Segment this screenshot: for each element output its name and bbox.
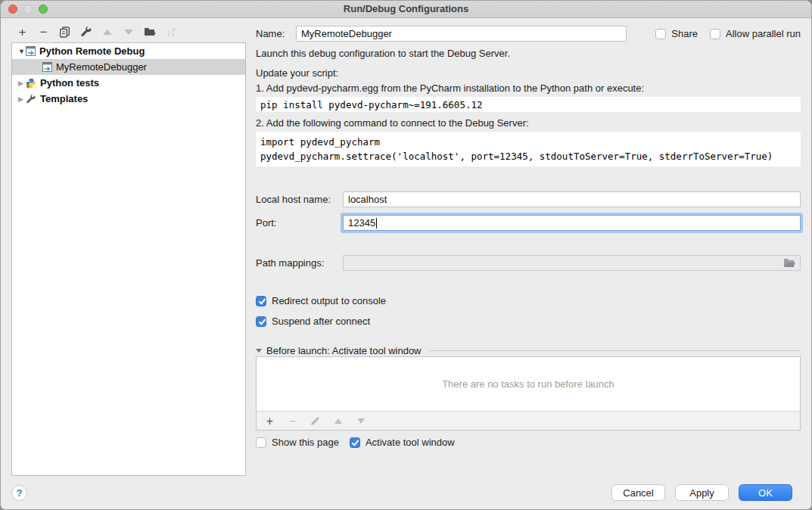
allow-parallel-run-label: Allow parallel run [726, 28, 801, 39]
before-launch-task-panel: There are no tasks to run before launch … [256, 356, 801, 431]
tree-item-label: MyRemoteDebugger [56, 61, 147, 73]
path-mappings-label: Path mappings: [256, 257, 324, 269]
port-label: Port: [256, 217, 276, 229]
tree-item-templates[interactable]: ▶ Templates [12, 91, 245, 107]
tree-item-myremotedebugger[interactable]: MyRemoteDebugger [12, 59, 245, 75]
add-task-icon[interactable]: + [263, 415, 276, 428]
task-toolbar: + − [257, 412, 800, 430]
move-task-down-icon[interactable] [354, 415, 367, 428]
intro-text: Launch this debug configuration to start… [256, 48, 801, 59]
remove-task-icon[interactable]: − [286, 415, 299, 428]
edit-templates-icon[interactable] [79, 26, 92, 39]
name-label: Name: [256, 28, 296, 39]
dialog-buttons: Cancel Apply OK [611, 484, 792, 501]
new-folder-icon[interactable] [143, 26, 156, 39]
collapse-triangle-icon[interactable] [256, 349, 262, 353]
text-caret [376, 218, 377, 229]
apply-button[interactable]: Apply [675, 484, 729, 501]
tree-item-python-tests[interactable]: ▶ Python tests [12, 75, 245, 91]
checkbox-box[interactable] [655, 29, 666, 39]
settrace-code-line1: import pydevd_pycharm [260, 135, 796, 149]
sort-alphabetically-icon[interactable]: ↓az [164, 26, 177, 39]
title-bar: Run/Debug Configurations [1, 1, 811, 18]
wrench-icon [26, 94, 36, 104]
move-up-icon[interactable] [101, 26, 114, 39]
ok-button[interactable]: OK [739, 484, 792, 501]
browse-folder-icon[interactable] [783, 258, 795, 268]
configurations-toolbar: + − ↓az [11, 22, 246, 42]
suspend-after-connect-label: Suspend after connect [272, 316, 370, 327]
port-input[interactable]: 12345 [343, 215, 801, 231]
checkbox-box[interactable] [256, 437, 266, 448]
move-task-up-icon[interactable] [331, 415, 344, 428]
activate-tool-window-label: Activate tool window [366, 437, 455, 448]
show-this-page-label: Show this page [272, 437, 339, 448]
chevron-right-icon[interactable]: ▶ [18, 79, 26, 87]
add-icon[interactable]: + [16, 26, 29, 39]
name-input[interactable] [296, 26, 627, 42]
help-button[interactable]: ? [11, 485, 27, 501]
copy-icon[interactable] [58, 26, 71, 39]
python-tests-icon [26, 78, 36, 89]
tree-item-label: Templates [40, 93, 88, 104]
before-launch-header[interactable]: Before launch: Activate tool window [256, 345, 801, 356]
before-launch-title: Before launch: Activate tool window [266, 345, 422, 356]
redirect-output-checkbox[interactable]: Redirect output to console [256, 295, 801, 306]
tree-item-label: Python Remote Debug [39, 45, 145, 57]
tree-item-label: Python tests [40, 77, 99, 89]
remote-debug-icon [26, 46, 36, 56]
remote-debug-icon [42, 62, 52, 72]
update-script-text: Update your script: [256, 67, 801, 79]
chevron-right-icon[interactable]: ▶ [18, 95, 26, 103]
step2-text: 2. Add the following command to connect … [256, 117, 801, 129]
edit-task-icon[interactable] [309, 415, 322, 428]
path-mappings-input[interactable] [343, 255, 801, 271]
remove-icon[interactable]: − [37, 26, 50, 39]
tree-item-python-remote-debug[interactable]: ▼ Python Remote Debug [12, 43, 245, 59]
configurations-tree: ▼ Python Remote Debug MyRemoteDebugger ▶… [11, 42, 246, 476]
settrace-code: import pydevd_pycharm pydevd_pycharm.set… [256, 132, 801, 166]
allow-parallel-run-checkbox[interactable]: Allow parallel run [710, 28, 801, 39]
move-down-icon[interactable] [122, 26, 135, 39]
step1-text: 1. Add pydevd-pycharm.egg from the PyCha… [256, 82, 801, 94]
cancel-button[interactable]: Cancel [611, 484, 665, 501]
activate-tool-window-checkbox[interactable]: Activate tool window [350, 437, 455, 448]
share-label: Share [671, 28, 698, 39]
checkbox-box[interactable] [350, 437, 360, 448]
checkbox-box[interactable] [710, 29, 720, 39]
help-icon: ? [17, 487, 23, 499]
port-value: 12345 [348, 217, 375, 229]
checkbox-box[interactable] [256, 316, 266, 327]
configuration-form: Name: Share Allow parallel run Launch th… [256, 26, 801, 477]
pip-install-code: pip install pydevd-pycharm~=191.6605.12 [256, 97, 801, 112]
empty-tasks-message: There are no tasks to run before launch [442, 378, 614, 390]
show-this-page-checkbox[interactable]: Show this page [256, 437, 339, 448]
local-host-name-label: Local host name: [256, 194, 331, 205]
window-title: Run/Debug Configurations [1, 3, 811, 14]
suspend-after-connect-checkbox[interactable]: Suspend after connect [256, 316, 801, 327]
header-divider [429, 350, 801, 351]
share-checkbox[interactable]: Share [655, 28, 698, 39]
settrace-code-line2: pydevd_pycharm.settrace('localhost', por… [260, 149, 796, 163]
run-debug-configurations-dialog: Run/Debug Configurations + − ↓az ▼ Pytho… [0, 0, 812, 510]
local-host-name-input[interactable] [343, 191, 801, 207]
redirect-output-label: Redirect output to console [272, 295, 386, 306]
chevron-down-icon[interactable]: ▼ [18, 48, 26, 55]
task-list[interactable]: There are no tasks to run before launch [257, 357, 800, 412]
checkbox-box[interactable] [256, 296, 266, 306]
